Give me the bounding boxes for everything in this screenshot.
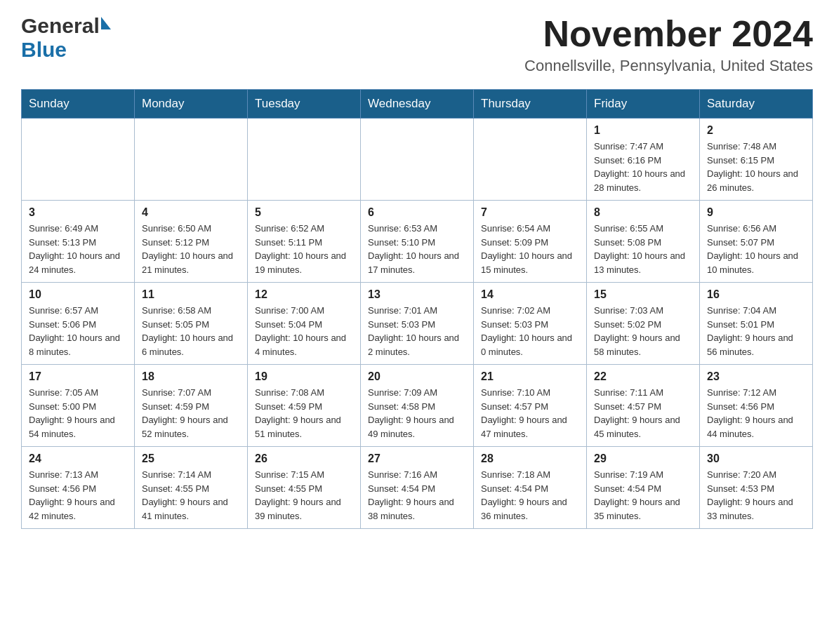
day-number: 2 xyxy=(707,124,805,137)
weekday-header-friday: Friday xyxy=(587,90,700,119)
calendar-cell xyxy=(474,119,587,201)
week-row-3: 10Sunrise: 6:57 AMSunset: 5:06 PMDayligh… xyxy=(22,283,813,365)
day-info: Sunrise: 7:05 AMSunset: 5:00 PMDaylight:… xyxy=(29,386,127,441)
day-info: Sunrise: 6:52 AMSunset: 5:11 PMDaylight:… xyxy=(255,222,353,276)
day-number: 12 xyxy=(255,288,353,301)
day-info: Sunrise: 7:03 AMSunset: 5:02 PMDaylight:… xyxy=(594,304,692,358)
day-info: Sunrise: 7:00 AMSunset: 5:04 PMDaylight:… xyxy=(255,304,353,358)
day-number: 22 xyxy=(594,370,692,383)
day-info: Sunrise: 6:49 AMSunset: 5:13 PMDaylight:… xyxy=(29,222,127,276)
calendar-cell: 4Sunrise: 6:50 AMSunset: 5:12 PMDaylight… xyxy=(135,201,248,283)
calendar-cell: 13Sunrise: 7:01 AMSunset: 5:03 PMDayligh… xyxy=(361,283,474,365)
calendar-cell: 26Sunrise: 7:15 AMSunset: 4:55 PMDayligh… xyxy=(248,447,361,529)
title-block: November 2024 Connellsville, Pennsylvani… xyxy=(524,14,813,75)
calendar-cell: 3Sunrise: 6:49 AMSunset: 5:13 PMDaylight… xyxy=(22,201,135,283)
day-number: 9 xyxy=(707,206,805,219)
day-number: 28 xyxy=(481,452,579,465)
calendar-cell: 1Sunrise: 7:47 AMSunset: 6:16 PMDaylight… xyxy=(587,119,700,201)
day-info: Sunrise: 7:13 AMSunset: 4:56 PMDaylight:… xyxy=(29,468,127,523)
weekday-header-wednesday: Wednesday xyxy=(361,90,474,119)
calendar-cell: 19Sunrise: 7:08 AMSunset: 4:59 PMDayligh… xyxy=(248,365,361,447)
day-number: 7 xyxy=(481,206,579,219)
day-number: 11 xyxy=(142,288,240,301)
day-number: 23 xyxy=(707,370,805,383)
day-number: 10 xyxy=(29,288,127,301)
calendar-cell xyxy=(361,119,474,201)
calendar-cell: 15Sunrise: 7:03 AMSunset: 5:02 PMDayligh… xyxy=(587,283,700,365)
day-info: Sunrise: 7:18 AMSunset: 4:54 PMDaylight:… xyxy=(481,468,579,523)
weekday-header-row: SundayMondayTuesdayWednesdayThursdayFrid… xyxy=(22,90,813,119)
day-number: 30 xyxy=(707,452,805,465)
week-row-2: 3Sunrise: 6:49 AMSunset: 5:13 PMDaylight… xyxy=(22,201,813,283)
weekday-header-monday: Monday xyxy=(135,90,248,119)
day-info: Sunrise: 7:07 AMSunset: 4:59 PMDaylight:… xyxy=(142,386,240,441)
calendar-cell: 20Sunrise: 7:09 AMSunset: 4:58 PMDayligh… xyxy=(361,365,474,447)
day-number: 13 xyxy=(368,288,466,301)
day-number: 5 xyxy=(255,206,353,219)
weekday-header-sunday: Sunday xyxy=(22,90,135,119)
calendar-cell: 22Sunrise: 7:11 AMSunset: 4:57 PMDayligh… xyxy=(587,365,700,447)
day-info: Sunrise: 7:11 AMSunset: 4:57 PMDaylight:… xyxy=(594,386,692,441)
day-number: 26 xyxy=(255,452,353,465)
day-number: 27 xyxy=(368,452,466,465)
day-info: Sunrise: 7:47 AMSunset: 6:16 PMDaylight:… xyxy=(594,140,692,194)
day-number: 18 xyxy=(142,370,240,383)
location-title: Connellsville, Pennsylvania, United Stat… xyxy=(524,57,813,75)
day-info: Sunrise: 7:01 AMSunset: 5:03 PMDaylight:… xyxy=(368,304,466,358)
calendar-cell xyxy=(248,119,361,201)
day-info: Sunrise: 6:55 AMSunset: 5:08 PMDaylight:… xyxy=(594,222,692,276)
calendar-cell: 14Sunrise: 7:02 AMSunset: 5:03 PMDayligh… xyxy=(474,283,587,365)
calendar-cell: 2Sunrise: 7:48 AMSunset: 6:15 PMDaylight… xyxy=(700,119,813,201)
month-title: November 2024 xyxy=(524,14,813,54)
day-number: 6 xyxy=(368,206,466,219)
day-info: Sunrise: 7:16 AMSunset: 4:54 PMDaylight:… xyxy=(368,468,466,523)
day-info: Sunrise: 6:57 AMSunset: 5:06 PMDaylight:… xyxy=(29,304,127,358)
calendar-cell: 24Sunrise: 7:13 AMSunset: 4:56 PMDayligh… xyxy=(22,447,135,529)
day-number: 17 xyxy=(29,370,127,383)
week-row-5: 24Sunrise: 7:13 AMSunset: 4:56 PMDayligh… xyxy=(22,447,813,529)
day-info: Sunrise: 7:19 AMSunset: 4:54 PMDaylight:… xyxy=(594,468,692,523)
calendar-cell: 5Sunrise: 6:52 AMSunset: 5:11 PMDaylight… xyxy=(248,201,361,283)
weekday-header-thursday: Thursday xyxy=(474,90,587,119)
weekday-header-tuesday: Tuesday xyxy=(248,90,361,119)
week-row-4: 17Sunrise: 7:05 AMSunset: 5:00 PMDayligh… xyxy=(22,365,813,447)
day-info: Sunrise: 7:48 AMSunset: 6:15 PMDaylight:… xyxy=(707,140,805,194)
day-info: Sunrise: 7:20 AMSunset: 4:53 PMDaylight:… xyxy=(707,468,805,523)
day-info: Sunrise: 7:14 AMSunset: 4:55 PMDaylight:… xyxy=(142,468,240,523)
calendar-cell: 27Sunrise: 7:16 AMSunset: 4:54 PMDayligh… xyxy=(361,447,474,529)
day-number: 19 xyxy=(255,370,353,383)
day-info: Sunrise: 6:53 AMSunset: 5:10 PMDaylight:… xyxy=(368,222,466,276)
logo-general-text: General xyxy=(21,14,100,38)
calendar-cell: 9Sunrise: 6:56 AMSunset: 5:07 PMDaylight… xyxy=(700,201,813,283)
calendar-cell: 16Sunrise: 7:04 AMSunset: 5:01 PMDayligh… xyxy=(700,283,813,365)
calendar-table: SundayMondayTuesdayWednesdayThursdayFrid… xyxy=(21,89,813,529)
calendar-cell: 21Sunrise: 7:10 AMSunset: 4:57 PMDayligh… xyxy=(474,365,587,447)
day-number: 3 xyxy=(29,206,127,219)
day-info: Sunrise: 6:56 AMSunset: 5:07 PMDaylight:… xyxy=(707,222,805,276)
calendar-cell: 28Sunrise: 7:18 AMSunset: 4:54 PMDayligh… xyxy=(474,447,587,529)
calendar-cell: 17Sunrise: 7:05 AMSunset: 5:00 PMDayligh… xyxy=(22,365,135,447)
calendar-cell: 7Sunrise: 6:54 AMSunset: 5:09 PMDaylight… xyxy=(474,201,587,283)
calendar-cell: 29Sunrise: 7:19 AMSunset: 4:54 PMDayligh… xyxy=(587,447,700,529)
day-number: 8 xyxy=(594,206,692,219)
day-info: Sunrise: 6:50 AMSunset: 5:12 PMDaylight:… xyxy=(142,222,240,276)
calendar-cell: 25Sunrise: 7:14 AMSunset: 4:55 PMDayligh… xyxy=(135,447,248,529)
page-header: General Blue November 2024 Connellsville… xyxy=(21,14,813,75)
day-number: 29 xyxy=(594,452,692,465)
calendar-cell: 8Sunrise: 6:55 AMSunset: 5:08 PMDaylight… xyxy=(587,201,700,283)
day-number: 15 xyxy=(594,288,692,301)
day-number: 20 xyxy=(368,370,466,383)
day-info: Sunrise: 7:08 AMSunset: 4:59 PMDaylight:… xyxy=(255,386,353,441)
week-row-1: 1Sunrise: 7:47 AMSunset: 6:16 PMDaylight… xyxy=(22,119,813,201)
day-info: Sunrise: 6:54 AMSunset: 5:09 PMDaylight:… xyxy=(481,222,579,276)
day-number: 4 xyxy=(142,206,240,219)
day-info: Sunrise: 6:58 AMSunset: 5:05 PMDaylight:… xyxy=(142,304,240,358)
day-info: Sunrise: 7:04 AMSunset: 5:01 PMDaylight:… xyxy=(707,304,805,358)
day-number: 14 xyxy=(481,288,579,301)
logo: General Blue xyxy=(21,14,111,62)
day-number: 21 xyxy=(481,370,579,383)
calendar-cell: 18Sunrise: 7:07 AMSunset: 4:59 PMDayligh… xyxy=(135,365,248,447)
weekday-header-saturday: Saturday xyxy=(700,90,813,119)
day-info: Sunrise: 7:15 AMSunset: 4:55 PMDaylight:… xyxy=(255,468,353,523)
calendar-cell xyxy=(22,119,135,201)
